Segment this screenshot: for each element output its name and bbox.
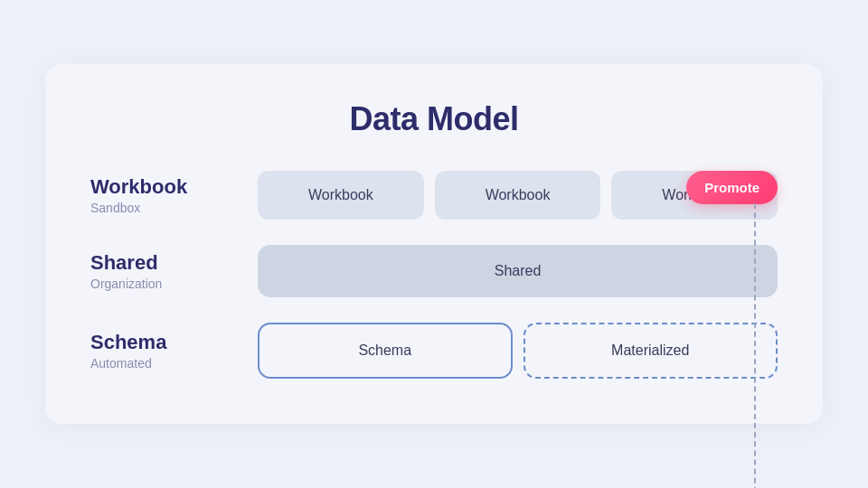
shared-card-1: Shared: [258, 245, 778, 297]
schema-row: Schema Automated Schema Materialized: [90, 323, 778, 379]
workbook-label-sub: Sandbox: [90, 201, 231, 215]
schema-label: Schema Automated: [90, 331, 231, 371]
workbook-row: Workbook Sandbox Workbook Workbook Workb…: [90, 171, 778, 220]
shared-label: Shared Organization: [90, 251, 231, 291]
rows-wrapper: Workbook Sandbox Workbook Workbook Workb…: [90, 171, 778, 379]
main-container: Data Model Workbook Sandbox Workbook Wor…: [45, 64, 823, 424]
shared-label-sub: Organization: [90, 277, 231, 291]
promote-arrow-line: [754, 203, 756, 488]
shared-row: Shared Organization Shared: [90, 245, 778, 297]
workbook-card-1: Workbook: [258, 171, 424, 220]
promote-button[interactable]: Promote: [686, 171, 778, 204]
schema-label-title: Schema: [90, 331, 231, 354]
workbook-label: Workbook Sandbox: [90, 175, 231, 215]
workbook-card-2: Workbook: [435, 171, 601, 220]
schema-card-2: Materialized: [524, 323, 778, 379]
schema-card-1: Schema: [258, 323, 513, 379]
shared-label-title: Shared: [90, 251, 231, 275]
schema-label-sub: Automated: [90, 356, 231, 371]
schema-cards-area: Schema Materialized: [258, 323, 778, 379]
workbook-label-title: Workbook: [90, 175, 231, 199]
shared-cards-area: Shared: [258, 245, 778, 297]
page-title: Data Model: [90, 100, 778, 138]
